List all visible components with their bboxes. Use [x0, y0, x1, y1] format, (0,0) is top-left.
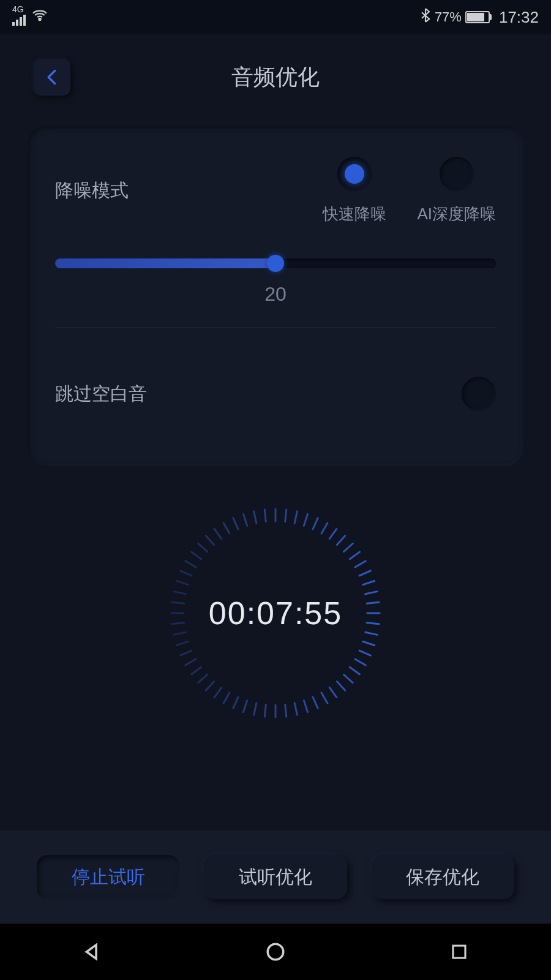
network-indicator: 4G [12, 5, 26, 29]
bottom-action-bar: 停止试听 试听优化 保存优化 [0, 831, 551, 924]
circle-home-icon [265, 941, 286, 962]
triangle-back-icon [81, 941, 102, 962]
svg-line-21 [355, 659, 365, 665]
svg-line-28 [304, 701, 307, 712]
stop-preview-label: 停止试听 [72, 865, 145, 890]
svg-line-37 [214, 687, 222, 697]
svg-line-53 [198, 543, 208, 551]
back-button[interactable] [34, 59, 70, 96]
timer-section: 00:07:55 [0, 503, 551, 723]
svg-line-30 [285, 704, 287, 717]
square-recent-icon [450, 943, 468, 961]
svg-line-20 [359, 650, 370, 655]
svg-line-4 [304, 514, 307, 526]
svg-line-15 [367, 602, 379, 603]
android-nav-bar [0, 924, 551, 980]
svg-line-49 [176, 581, 188, 584]
svg-line-48 [174, 592, 186, 594]
svg-line-19 [363, 641, 375, 645]
svg-line-54 [206, 536, 214, 545]
timer-value: 00:07:55 [209, 595, 342, 631]
radio-option-fast[interactable]: 快速降噪 [323, 157, 386, 225]
svg-line-57 [233, 518, 238, 529]
radio-circle-icon [337, 157, 372, 191]
svg-line-3 [294, 511, 297, 524]
svg-line-25 [329, 687, 337, 697]
divider [55, 327, 496, 328]
stop-preview-button[interactable]: 停止试听 [37, 855, 179, 899]
svg-line-13 [363, 581, 375, 584]
svg-line-29 [294, 703, 297, 715]
svg-line-24 [337, 681, 345, 690]
svg-line-7 [329, 529, 337, 538]
svg-line-34 [243, 701, 247, 712]
preview-optimize-label: 试听优化 [239, 865, 312, 890]
svg-line-52 [191, 552, 201, 559]
slider-thumb[interactable] [267, 255, 284, 272]
noise-mode-row: 降噪模式 快速降噪 AI深度降噪 [55, 157, 496, 225]
save-optimize-button[interactable]: 保存优化 [372, 855, 514, 899]
nav-back-button[interactable] [49, 933, 135, 970]
svg-line-33 [254, 703, 257, 715]
svg-line-47 [172, 602, 184, 603]
slider-fill [55, 258, 276, 268]
save-optimize-label: 保存优化 [406, 865, 479, 890]
signal-bars-icon [12, 15, 26, 26]
svg-line-41 [186, 659, 196, 665]
noise-mode-radio-group: 快速降噪 AI深度降噪 [323, 157, 496, 225]
svg-line-11 [355, 561, 365, 567]
svg-line-38 [206, 681, 214, 690]
svg-line-55 [214, 529, 222, 538]
svg-line-10 [350, 552, 359, 559]
svg-line-51 [186, 561, 196, 567]
noise-mode-label: 降噪模式 [55, 178, 129, 203]
svg-line-23 [343, 674, 353, 682]
svg-line-2 [285, 510, 287, 522]
timer-dial: 00:07:55 [165, 503, 386, 723]
svg-point-0 [39, 18, 40, 20]
clock-time: 17:32 [499, 8, 539, 27]
preview-optimize-button[interactable]: 试听优化 [204, 855, 347, 899]
skip-blank-toggle[interactable] [462, 377, 496, 411]
radio-option-ai[interactable]: AI深度降噪 [417, 157, 496, 225]
header: 音频优化 [0, 47, 551, 108]
svg-line-58 [243, 514, 247, 526]
battery-percent: 77% [435, 9, 462, 25]
radio-label-fast: 快速降噪 [323, 203, 386, 225]
svg-line-14 [365, 592, 378, 594]
svg-line-35 [233, 697, 238, 708]
bluetooth-icon [420, 8, 431, 26]
status-right: 77% 17:32 [420, 8, 539, 27]
wifi-icon [32, 7, 48, 27]
chevron-left-icon [43, 69, 61, 86]
svg-line-12 [359, 571, 370, 576]
skip-blank-label: 跳过空白音 [55, 382, 147, 407]
svg-line-32 [264, 704, 266, 717]
nav-recent-button[interactable] [416, 933, 502, 970]
radio-circle-icon [440, 157, 474, 191]
svg-line-59 [254, 511, 257, 524]
status-left: 4G [12, 5, 48, 29]
svg-line-27 [313, 697, 318, 708]
svg-line-56 [223, 523, 230, 533]
svg-line-44 [174, 632, 186, 635]
intensity-slider[interactable] [55, 258, 496, 268]
network-label: 4G [12, 5, 26, 13]
svg-line-26 [321, 693, 328, 703]
svg-line-9 [343, 543, 353, 551]
svg-point-61 [268, 944, 283, 960]
svg-line-36 [223, 693, 230, 703]
status-bar: 4G 77% 17:32 [0, 0, 551, 34]
svg-line-43 [176, 641, 188, 645]
svg-line-39 [198, 674, 208, 682]
skip-blank-row: 跳过空白音 [55, 377, 496, 429]
intensity-slider-area: 20 [55, 258, 496, 306]
svg-line-17 [367, 623, 379, 624]
page-title: 音频优化 [231, 62, 320, 92]
svg-line-18 [365, 632, 378, 635]
radio-label-ai: AI深度降噪 [417, 203, 496, 225]
nav-home-button[interactable] [233, 933, 318, 970]
svg-line-6 [321, 523, 328, 533]
slider-value: 20 [55, 283, 496, 306]
svg-line-42 [181, 650, 192, 655]
